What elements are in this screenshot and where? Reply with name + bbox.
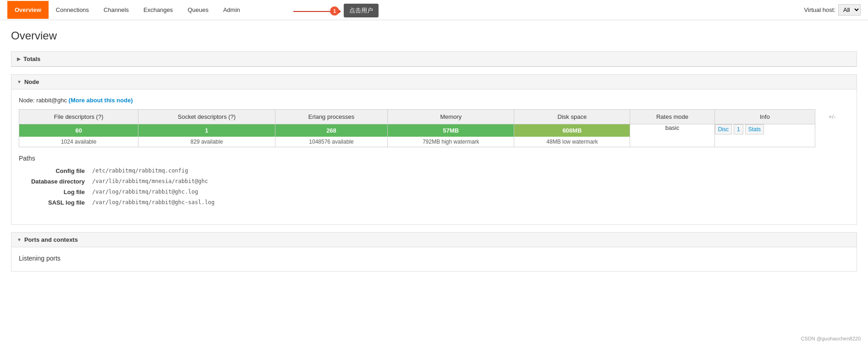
badge-number: 1 [330, 6, 339, 16]
socket-descriptors-sub: 829 available [188, 137, 226, 147]
node-more-link[interactable]: (More about this node) [69, 97, 133, 104]
path-row-log: Log file /var/log/rabbitmq/rabbit@ghc.lo… [19, 189, 849, 195]
path-label-database: Database directory [19, 178, 92, 185]
path-value-log: /var/log/rabbitmq/rabbit@ghc.log [92, 189, 198, 195]
paths-title: Paths [19, 155, 849, 162]
ports-label: Ports and contexts [24, 236, 78, 243]
node-section: ▼ Node Node: rabbit@ghc (More about this… [11, 74, 857, 225]
node-table: File descriptors (?) Socket descriptors … [19, 109, 849, 147]
nav-channels[interactable]: Channels [96, 1, 136, 19]
path-value-database: /var/lib/rabbitmq/mnesia/rabbit@ghc [92, 178, 208, 185]
path-rows: Config file /etc/rabbitmq/rabbitmq.confi… [19, 167, 849, 206]
info-1-link[interactable]: 1 [734, 124, 743, 134]
file-descriptors-sub: 1024 available [58, 137, 99, 147]
disk-space-sub: 48MB low watermark [544, 137, 600, 147]
nav-queues[interactable]: Queues [180, 1, 216, 19]
nav-overview[interactable]: Overview [7, 1, 49, 19]
nav-admin[interactable]: Admin [216, 1, 247, 19]
memory-value: 57MB [388, 124, 514, 137]
ports-arrow: ▼ [17, 237, 22, 242]
erlang-processes-sub: 1048576 available [306, 137, 356, 147]
erlang-processes-value: 268 [275, 124, 388, 137]
paths-section: Paths Config file /etc/rabbitmq/rabbitmq… [19, 147, 849, 217]
node-header[interactable]: ▼ Node [11, 75, 857, 89]
totals-header[interactable]: ▶ Totals [11, 52, 857, 67]
table-row: 60 1024 available 1 829 available [19, 124, 849, 147]
memory-cell: 57MB 792MB high watermark [388, 124, 514, 147]
nav-exchanges[interactable]: Exchanges [136, 1, 180, 19]
virtual-host-label: Virtual host: [804, 6, 835, 13]
virtual-host-container: Virtual host: All [804, 4, 861, 16]
plus-minus-cell [815, 124, 849, 147]
th-erlang-processes: Erlang processes [275, 110, 388, 124]
totals-arrow: ▶ [17, 56, 21, 61]
virtual-host-select[interactable]: All [838, 4, 861, 16]
page-content: Overview ▶ Totals ▼ Node Node: rabbit@gh… [0, 20, 868, 288]
node-label: Node [24, 78, 39, 85]
memory-sub: 792MB high watermark [420, 137, 482, 147]
path-row-sasl: SASL log file /var/log/rabbitmq/rabbit@g… [19, 199, 849, 206]
path-label-config: Config file [19, 167, 92, 174]
th-memory: Memory [388, 110, 514, 124]
info-cell: Disc 1 Stats [714, 124, 815, 147]
info-stats-link[interactable]: Stats [745, 124, 764, 134]
disk-space-value: 608MB [514, 124, 630, 137]
top-nav: Overview Connections Channels Exchanges … [0, 0, 868, 20]
totals-section: ▶ Totals [11, 51, 857, 67]
th-disk-space: Disk space [514, 110, 630, 124]
rates-mode-cell: basic [630, 124, 714, 147]
info-links: Disc 1 Stats [715, 124, 815, 134]
path-row-config: Config file /etc/rabbitmq/rabbitmq.confi… [19, 167, 849, 174]
path-label-sasl: SASL log file [19, 199, 92, 206]
disk-space-cell: 608MB 48MB low watermark [514, 124, 630, 147]
listening-ports-label: Listening ports [19, 255, 849, 262]
rates-mode-value: basic [665, 124, 679, 131]
th-file-descriptors: File descriptors (?) [19, 110, 138, 124]
path-row-database: Database directory /var/lib/rabbitmq/mne… [19, 178, 849, 185]
ports-body: Listening ports [11, 247, 857, 271]
th-info: Info [714, 110, 815, 124]
info-disc-link[interactable]: Disc [715, 124, 732, 134]
file-descriptors-value: 60 [19, 124, 138, 137]
path-value-config: /etc/rabbitmq/rabbitmq.config [92, 167, 188, 174]
erlang-processes-cell: 268 1048576 available [275, 124, 388, 147]
socket-descriptors-value: 1 [138, 124, 275, 137]
th-socket-descriptors: Socket descriptors (?) [138, 110, 275, 124]
node-info-label: Node: rabbit@ghc (More about this node) [19, 97, 849, 104]
nav-connections[interactable]: Connections [49, 1, 96, 19]
file-descriptors-cell: 60 1024 available [19, 124, 138, 147]
th-plus-minus: +/- [815, 110, 849, 124]
page-title: Overview [11, 29, 857, 42]
totals-label: Totals [23, 56, 40, 62]
ports-section: ▼ Ports and contexts Listening ports [11, 232, 857, 272]
tooltip-annotation: 1 点击用户 [293, 3, 385, 21]
th-rates-mode: Rates mode [630, 110, 714, 124]
path-value-sasl: /var/log/rabbitmq/rabbit@ghc-sasl.log [92, 199, 214, 206]
tooltip-text: 点击用户 [344, 4, 379, 17]
ports-header[interactable]: ▼ Ports and contexts [11, 233, 857, 247]
node-arrow: ▼ [17, 79, 22, 84]
path-label-log: Log file [19, 189, 92, 195]
socket-descriptors-cell: 1 829 available [138, 124, 275, 147]
node-body: Node: rabbit@ghc (More about this node) … [11, 89, 857, 224]
